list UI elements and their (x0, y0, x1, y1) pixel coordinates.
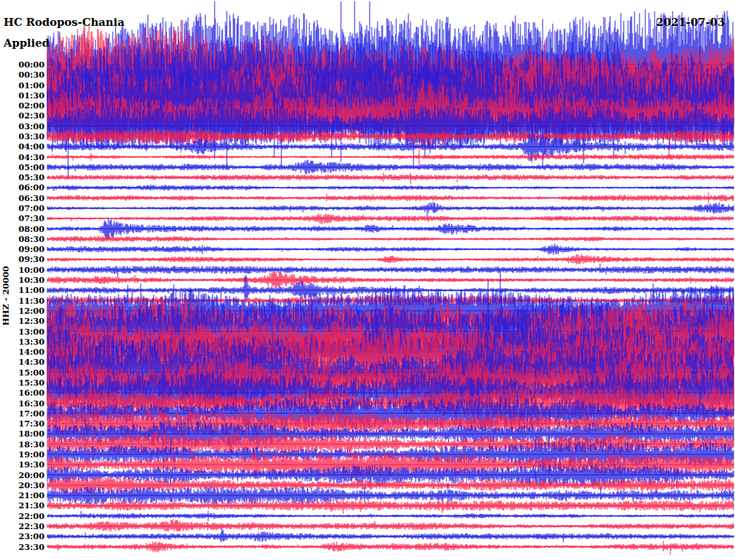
time-label-00:00: 00:00 (19, 60, 45, 70)
time-label-15:00: 15:00 (19, 368, 45, 378)
time-label-02:00: 02:00 (19, 101, 45, 111)
time-label-12:00: 12:00 (19, 306, 45, 316)
time-label-07:30: 07:30 (19, 213, 45, 223)
helicorder-plot: HHZ - 2000000:0000:3001:0001:3002:0002:3… (0, 0, 735, 560)
time-label-22:30: 22:30 (19, 521, 45, 531)
time-label-21:30: 21:30 (19, 500, 45, 510)
time-label-04:00: 04:00 (19, 141, 45, 151)
trace-23:00 (47, 528, 734, 543)
trace-21:30 (47, 498, 734, 513)
time-label-11:30: 11:30 (19, 296, 45, 306)
time-label-10:00: 10:00 (19, 265, 45, 275)
time-label-04:30: 04:30 (19, 152, 45, 162)
time-label-20:00: 20:00 (19, 470, 45, 480)
time-label-07:00: 07:00 (19, 203, 45, 213)
time-label-18:30: 18:30 (19, 439, 45, 449)
trace-07:30 (47, 214, 734, 225)
trace-04:30 (47, 153, 734, 161)
trace-05:00 (47, 160, 734, 174)
time-label-17:00: 17:00 (19, 409, 45, 419)
time-label-17:30: 17:30 (19, 419, 45, 429)
time-label-08:30: 08:30 (19, 234, 45, 244)
trace-23:30 (47, 541, 734, 554)
time-label-09:00: 09:00 (19, 244, 45, 254)
trace-06:30 (47, 192, 734, 203)
time-label-18:00: 18:00 (19, 429, 45, 439)
filter-status-label: Applied (4, 37, 50, 50)
trace-22:30 (47, 519, 734, 532)
time-label-00:30: 00:30 (19, 70, 45, 80)
time-label-10:30: 10:30 (19, 275, 45, 285)
time-label-01:00: 01:00 (19, 80, 45, 90)
time-label-14:30: 14:30 (19, 357, 45, 367)
time-label-05:00: 05:00 (19, 162, 45, 172)
time-label-16:00: 16:00 (19, 388, 45, 398)
trace-08:00 (47, 218, 734, 239)
time-label-03:30: 03:30 (19, 131, 45, 141)
trace-07:00 (47, 202, 734, 218)
time-label-13:00: 13:00 (19, 327, 45, 337)
time-label-06:30: 06:30 (19, 193, 45, 203)
time-label-21:00: 21:00 (19, 490, 45, 500)
trace-05:30 (47, 173, 734, 185)
scale-label: HHZ - 20000 (1, 266, 11, 326)
trace-09:30 (47, 254, 734, 265)
trace-08:30 (47, 236, 734, 242)
time-label-22:00: 22:00 (19, 511, 45, 521)
time-label-23:00: 23:00 (19, 531, 45, 541)
time-label-16:30: 16:30 (19, 398, 45, 409)
time-label-03:00: 03:00 (19, 121, 45, 131)
trace-22:00 (47, 511, 734, 522)
time-label-08:00: 08:00 (19, 224, 45, 234)
trace-09:00 (47, 243, 734, 255)
helicorder-page: HC Rodopos-Chania Applied 2021-07-03 HHZ… (0, 0, 735, 560)
time-label-09:30: 09:30 (19, 254, 45, 264)
time-label-06:00: 06:00 (19, 182, 45, 192)
time-label-23:30: 23:30 (19, 542, 45, 552)
time-label-20:30: 20:30 (19, 480, 45, 490)
time-label-15:30: 15:30 (19, 378, 45, 388)
trace-06:00 (47, 185, 734, 191)
station-title: HC Rodopos-Chania (4, 16, 124, 29)
time-label-02:30: 02:30 (19, 111, 45, 121)
time-label-19:30: 19:30 (19, 459, 45, 470)
record-date: 2021-07-03 (656, 16, 725, 29)
time-label-12:30: 12:30 (19, 316, 45, 326)
time-label-19:00: 19:00 (19, 449, 45, 459)
trace-10:00 (47, 263, 734, 277)
time-label-11:00: 11:00 (19, 285, 45, 295)
time-label-05:30: 05:30 (19, 172, 45, 182)
time-label-13:30: 13:30 (19, 337, 45, 347)
time-label-14:00: 14:00 (19, 347, 45, 357)
time-label-01:30: 01:30 (19, 90, 45, 101)
